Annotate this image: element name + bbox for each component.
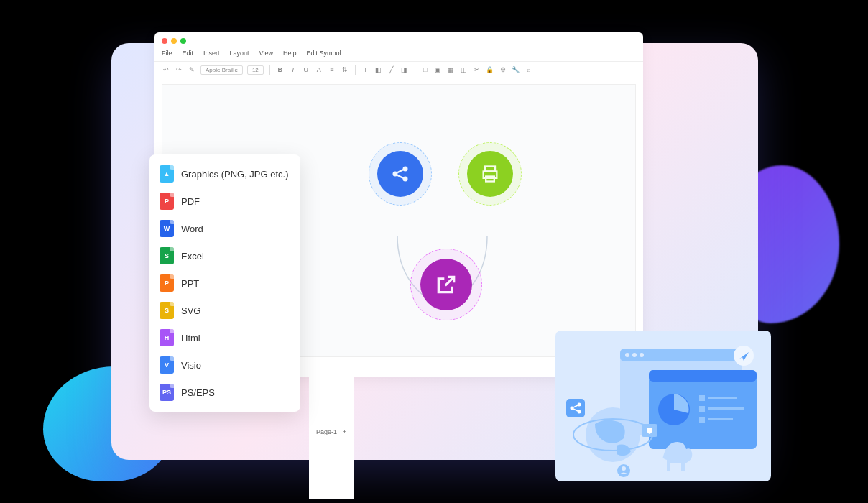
- export-excel[interactable]: S Excel: [149, 242, 300, 269]
- svg-rect-15: [708, 397, 737, 399]
- brush-icon[interactable]: ✎: [188, 65, 196, 74]
- image-file-icon: ▲: [160, 165, 174, 183]
- menu-edit[interactable]: Edit: [183, 50, 194, 57]
- export-label: Graphics (PNG, JPG etc.): [181, 169, 289, 180]
- window-controls: [154, 32, 643, 50]
- redo-icon[interactable]: ↷: [175, 65, 183, 74]
- svg-point-10: [640, 353, 644, 357]
- export-ppt[interactable]: P PPT: [149, 269, 300, 297]
- export-label: SVG: [181, 305, 200, 316]
- lock-icon[interactable]: 🔒: [486, 65, 494, 74]
- close-dot[interactable]: [162, 38, 167, 44]
- svg-point-24: [578, 403, 581, 407]
- export-pdf[interactable]: P PDF: [149, 188, 300, 215]
- shape-icon[interactable]: □: [421, 65, 430, 74]
- page-tabs: Page-1 +: [309, 365, 354, 499]
- font-selector[interactable]: Apple Braille: [200, 65, 243, 75]
- menu-layout[interactable]: Layout: [230, 50, 249, 57]
- table-icon[interactable]: ▦: [447, 65, 456, 74]
- shadow-icon[interactable]: ◨: [400, 65, 409, 74]
- align-icon[interactable]: ≡: [328, 65, 336, 74]
- menu-view[interactable]: View: [259, 50, 273, 57]
- bold-icon[interactable]: B: [276, 65, 285, 74]
- chart-icon[interactable]: ◫: [460, 65, 468, 74]
- page-tab-1[interactable]: Page-1: [316, 428, 337, 435]
- svg-point-29: [622, 466, 626, 471]
- undo-icon[interactable]: ↶: [162, 65, 170, 74]
- menu-file[interactable]: File: [162, 50, 172, 57]
- print-node-ring: [458, 142, 522, 206]
- svg-point-23: [571, 407, 574, 410]
- excel-file-icon: S: [160, 247, 174, 264]
- toolbar: ↶ ↷ ✎ Apple Braille 12 B I U A ≡ ⇅ T ◧ ╱…: [154, 61, 643, 78]
- export-label: PPT: [181, 278, 199, 289]
- clip-icon[interactable]: ✂: [473, 65, 481, 74]
- export-label: PDF: [181, 196, 200, 207]
- svg-rect-19: [708, 418, 733, 420]
- visio-file-icon: V: [160, 356, 174, 374]
- line-spacing-icon[interactable]: ⇅: [341, 65, 349, 74]
- svg-rect-16: [699, 406, 705, 412]
- menu-help[interactable]: Help: [283, 50, 297, 57]
- add-page-button[interactable]: +: [343, 428, 346, 435]
- export-html[interactable]: H Html: [149, 324, 300, 351]
- illustration-card: [555, 331, 771, 481]
- export-label: Excel: [181, 251, 204, 262]
- text-color-icon[interactable]: A: [315, 65, 323, 74]
- line-icon[interactable]: ╱: [387, 65, 396, 74]
- pdf-file-icon: P: [160, 193, 174, 210]
- svg-point-9: [632, 353, 637, 357]
- menu-insert[interactable]: Insert: [203, 50, 220, 57]
- image-icon[interactable]: ▣: [434, 65, 443, 74]
- svg-file-icon: S: [160, 302, 174, 319]
- text-tool-icon[interactable]: T: [361, 65, 370, 74]
- ps-file-icon: PS: [160, 384, 174, 401]
- export-label: Visio: [181, 360, 201, 371]
- print-node[interactable]: [467, 151, 513, 197]
- svg-rect-14: [699, 395, 705, 401]
- share-node[interactable]: [377, 151, 423, 197]
- export-word[interactable]: W Word: [149, 215, 300, 242]
- share-node-ring: [369, 142, 432, 206]
- svg-point-25: [578, 410, 581, 414]
- menu-edit-symbol[interactable]: Edit Symbol: [306, 50, 341, 57]
- html-file-icon: H: [160, 329, 174, 346]
- export-svg[interactable]: S SVG: [149, 297, 300, 324]
- svg-point-8: [625, 353, 629, 357]
- export-label: Word: [181, 223, 203, 234]
- ppt-file-icon: P: [160, 274, 174, 292]
- svg-rect-17: [708, 407, 744, 410]
- export-menu: ▲ Graphics (PNG, JPG etc.) P PDF W Word …: [149, 154, 300, 412]
- svg-rect-18: [699, 417, 705, 423]
- search-icon[interactable]: ⌕: [525, 65, 533, 74]
- fill-icon[interactable]: ◧: [374, 65, 383, 74]
- italic-icon[interactable]: I: [289, 65, 297, 74]
- minimize-dot[interactable]: [171, 38, 177, 44]
- link-icon[interactable]: ⚙: [499, 65, 507, 74]
- font-size[interactable]: 12: [247, 65, 264, 75]
- export-ps[interactable]: PS PS/EPS: [149, 379, 300, 406]
- svg-rect-22: [566, 399, 585, 417]
- export-node-ring: [410, 249, 482, 320]
- svg-rect-12: [649, 370, 757, 382]
- menu-bar: File Edit Insert Layout View Help Edit S…: [154, 50, 643, 61]
- export-label: Html: [181, 333, 200, 343]
- export-graphics[interactable]: ▲ Graphics (PNG, JPG etc.): [149, 160, 300, 188]
- export-label: PS/EPS: [181, 387, 215, 398]
- maximize-dot[interactable]: [180, 38, 186, 44]
- export-node[interactable]: [420, 259, 472, 310]
- svg-rect-7: [620, 349, 742, 361]
- word-file-icon: W: [160, 220, 174, 237]
- wrench-icon[interactable]: 🔧: [512, 65, 520, 74]
- export-visio[interactable]: V Visio: [149, 351, 300, 379]
- underline-icon[interactable]: U: [302, 65, 310, 74]
